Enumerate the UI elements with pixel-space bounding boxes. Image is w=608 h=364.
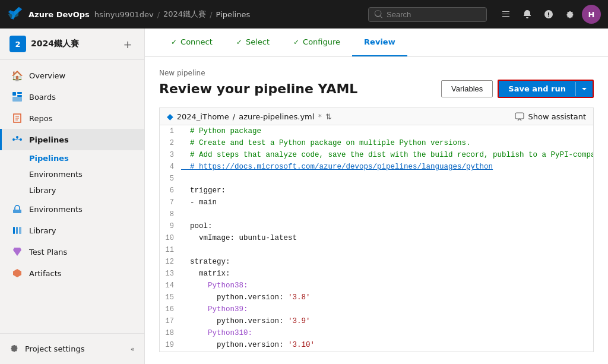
sub-label: Library [29,186,56,195]
sidebar-item-label: Artifacts [29,269,62,278]
page-title-row: Review your pipeline YAML Variables Save… [159,80,594,98]
org-name[interactable]: hsinyu9901dev [94,10,154,19]
line-number: 17 [160,315,181,327]
svg-rect-8 [13,227,15,234]
line-number: 14 [160,280,181,292]
add-button[interactable]: + [121,37,135,51]
environments-icon [11,203,23,215]
search-icon [375,10,383,18]
sidebar-item-label: Overview [29,71,65,80]
sidebar: 2 2024鐵人賽 + 🏠 Overview Boards Repos [0,29,145,364]
line-content: # Add steps that analyze code, save the … [181,149,593,161]
show-assistant-label: Show assistant [528,112,586,121]
sidebar-item-boards[interactable]: Boards [0,86,144,107]
file-type-icon: ◆ [167,112,173,121]
code-line: 8 [160,208,593,220]
check-icon: ✓ [236,38,242,46]
breadcrumb: hsinyu9901dev / 2024鐵人賽 / Pipelines [94,9,250,20]
line-number: 10 [160,232,181,244]
line-content: Python310: [181,327,593,339]
line-number: 13 [160,268,181,280]
azure-devops-logo[interactable]: Azure DevOps [7,6,90,23]
sidebar-nav: 🏠 Overview Boards Repos Pipelines [0,60,144,333]
code-line: 1 # Python package [160,125,593,137]
sidebar-item-repos[interactable]: Repos [0,107,144,129]
svg-rect-0 [12,92,16,96]
step-configure[interactable]: ✓ Configure [281,29,352,56]
page-content: New pipeline Review your pipeline YAML V… [145,57,608,364]
repos-icon [11,112,23,124]
list-icon[interactable] [496,5,515,24]
line-number: 4 [160,161,181,173]
svg-point-4 [12,138,15,141]
svg-rect-9 [16,227,18,234]
page-title: Review your pipeline YAML [159,81,357,96]
help-icon[interactable] [539,5,558,24]
settings-icon[interactable] [560,5,580,24]
project-name[interactable]: 2024鐵人賽 [163,9,206,20]
sidebar-item-overview[interactable]: 🏠 Overview [0,65,144,86]
step-review[interactable]: Review [352,29,407,56]
step-connect[interactable]: ✓ Connect [159,29,224,56]
file-action-icon[interactable]: ⇅ [325,112,332,121]
sidebar-item-artifacts[interactable]: Artifacts [0,262,144,284]
page-subtitle: New pipeline [159,69,594,77]
code-line: 15 python.version: '3.8' [160,292,593,303]
step-select[interactable]: ✓ Select [224,29,281,56]
save-run-dropdown[interactable] [575,82,593,96]
test-plans-icon [11,246,23,258]
line-content: # https://docs.microsoft.com/azure/devop… [181,161,593,173]
code-line: 5 [160,173,593,185]
line-content: python.version: '3.10' [181,339,593,351]
svg-point-6 [20,138,22,141]
search-box[interactable] [368,7,487,22]
sidebar-item-label: Boards [29,93,56,102]
line-number: 1 [160,125,181,137]
overview-icon: 🏠 [11,69,23,81]
code-line: 2 # Create and test a Python package on … [160,137,593,149]
sidebar-item-environments[interactable]: Environments [0,198,144,220]
sidebar-item-pipelines[interactable]: Pipelines [0,129,144,150]
code-line: 13 matrix: [160,268,593,280]
collapse-icon[interactable]: « [131,345,135,353]
line-content: vmImage: ubuntu-latest [181,232,593,244]
line-number: 9 [160,220,181,232]
file-sep: / [233,112,235,121]
project-number[interactable]: 2 [10,36,26,52]
pipelines-icon [11,134,23,145]
avatar[interactable]: H [582,5,601,24]
line-content: Python38: [181,280,593,292]
content-area: ✓ Connect ✓ Select ✓ Configure Review Ne… [145,29,608,364]
sidebar-item-library[interactable]: Library [0,220,144,241]
sep1: / [157,10,160,19]
line-number: 15 [160,292,181,303]
file-path: ◆ 2024_iThome / azure-pipelines.yml * ⇅ [167,112,332,121]
variables-button[interactable]: Variables [441,80,493,97]
current-page: Pipelines [216,10,251,19]
project-settings-item[interactable]: Project settings « [0,338,144,359]
code-container[interactable]: 1 # Python package2 # Create and test a … [160,125,593,352]
line-content: matrix: [181,268,593,280]
sidebar-sub-pipelines[interactable]: Pipelines [27,150,144,166]
line-number: 6 [160,185,181,197]
assistant-icon [515,112,524,121]
sidebar-sub-environments[interactable]: Environments [27,166,144,182]
code-line: 16 Python39: [160,303,593,315]
show-assistant-button[interactable]: Show assistant [515,112,586,121]
save-and-run-button[interactable]: Save and run [498,80,594,98]
sidebar-sub-library[interactable]: Library [27,182,144,198]
nav-icon-group: H [496,5,601,24]
svg-rect-11 [515,113,524,119]
line-number: 18 [160,327,181,339]
sidebar-item-test-plans[interactable]: Test Plans [0,241,144,262]
line-number: 3 [160,149,181,161]
step-label: Review [364,37,395,46]
sidebar-item-label: Library [29,226,56,235]
wizard-steps: ✓ Connect ✓ Select ✓ Configure Review [145,29,608,57]
step-label: Connect [180,37,213,46]
sidebar-sub-items: Pipelines Environments Library [0,150,144,198]
bell-icon[interactable] [518,5,537,24]
line-number: 8 [160,208,181,220]
search-input[interactable] [387,10,476,19]
svg-rect-7 [13,210,21,213]
